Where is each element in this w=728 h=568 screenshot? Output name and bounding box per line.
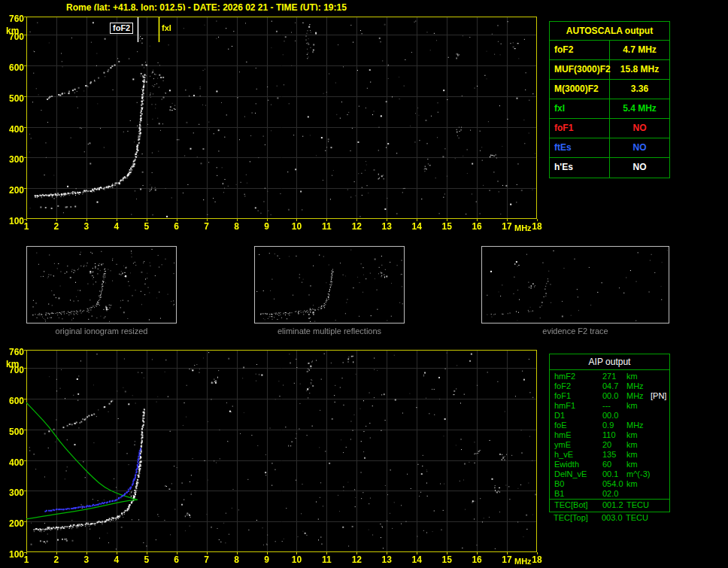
- aip-extra: [651, 372, 669, 381]
- param-value: 3.36: [610, 80, 669, 99]
- profile-y-axis-unit: km: [6, 359, 19, 369]
- param-label: foF1: [550, 119, 610, 138]
- aip-row-foe: foE0.9MHz: [550, 421, 669, 430]
- aip-row-hmf2: hmF2271km: [550, 372, 669, 381]
- aip-extra: [651, 460, 669, 469]
- aip-val: ---: [602, 401, 626, 411]
- main-y-axis-unit: km: [6, 26, 19, 36]
- ionogram-main-plot: [20, 11, 543, 225]
- aip-extra: [651, 469, 669, 479]
- ionogram-profile-plot: [20, 344, 543, 558]
- tec-bot-row-wrap: TEC[Bot]001.2TECU: [550, 499, 669, 512]
- aip-extra: [651, 489, 669, 499]
- param-value: NO: [610, 138, 669, 157]
- autoscala-table-rows: foF24.7 MHzMUF(3000)F215.8 MHzM(3000)F23…: [550, 41, 669, 178]
- aip-row-d1: D100.0: [550, 411, 669, 421]
- thumbnail-eliminate-reflections: [254, 246, 405, 323]
- aip-name: hmE: [550, 430, 602, 440]
- aip-row-b1: B102.0: [550, 489, 669, 499]
- aip-unit: km: [626, 401, 651, 411]
- autoscala-row-muf-3000-f2: MUF(3000)F215.8 MHz: [550, 60, 669, 80]
- aip-name: ymE: [550, 440, 602, 450]
- aip-output-table: AIP output hmF2271kmfoF204.7MHzfoF100.0M…: [549, 354, 670, 512]
- param-value: NO: [610, 158, 669, 178]
- fof2-marker-label: foF2: [110, 23, 133, 34]
- aip-name: TEC[Top]: [549, 513, 602, 523]
- aip-name: hmF1: [550, 401, 602, 411]
- aip-val: 0.9: [602, 421, 626, 430]
- aip-name: foF1: [550, 391, 602, 401]
- aip-unit: MHz: [626, 381, 651, 391]
- aip-name: DelN_vE: [550, 469, 602, 479]
- aip-extra: [651, 440, 669, 450]
- aip-unit: TECU: [626, 513, 650, 523]
- aip-row-b0: B0054.0km: [550, 479, 669, 489]
- aip-val: 04.7: [602, 381, 626, 391]
- aip-row-deln-ve: DelN_vE00.1m^(-3): [550, 469, 669, 479]
- param-label: M(3000)F2: [550, 80, 610, 99]
- aip-row-ewidth: Ewidth60km: [550, 460, 669, 469]
- profile-x-axis-unit: MHz: [514, 557, 532, 566]
- thumbnail-evidence-f2: [481, 246, 669, 323]
- aip-extra: [651, 500, 669, 510]
- autoscala-row-fof2: foF24.7 MHz: [550, 41, 669, 60]
- aip-name: B0: [550, 479, 602, 489]
- autoscala-row-fof1: foF1NO: [550, 119, 669, 138]
- aip-unit: m^(-3): [626, 469, 651, 479]
- aip-extra: [651, 421, 669, 430]
- autoscala-table-header: AUTOSCALA output: [550, 22, 669, 41]
- autoscala-row-ftes: ftEsNO: [550, 138, 669, 158]
- aip-extra: [651, 401, 669, 411]
- param-label: MUF(3000)F2: [550, 60, 610, 79]
- aip-unit: km: [626, 460, 651, 469]
- aip-table-rows: hmF2271kmfoF204.7MHzfoF100.0MHz[PN]hmF1-…: [550, 370, 669, 499]
- thumbnail-caption-evidence: evidence F2 trace: [481, 327, 669, 336]
- param-value: 15.8 MHz: [610, 60, 669, 79]
- aip-val: 135: [602, 450, 626, 460]
- autoscala-row-fxi: fxI5.4 MHz: [550, 99, 669, 119]
- aip-val: 271: [602, 372, 626, 381]
- aip-extra: [651, 411, 669, 421]
- main-x-axis-unit: MHz: [514, 223, 532, 232]
- thumbnail-original-ionogram: [26, 246, 177, 323]
- aip-extra: [PN]: [651, 391, 669, 401]
- aip-val: 00.1: [602, 469, 626, 479]
- aip-unit: km: [626, 372, 651, 381]
- aip-row-yme: ymE20km: [550, 440, 669, 450]
- autoscala-window: Rome (lat: +41.8, lon: 012.5) - DATE: 20…: [0, 0, 728, 568]
- aip-extra: [651, 381, 669, 391]
- aip-val: 003.0: [602, 513, 626, 523]
- param-value: 5.4 MHz: [610, 99, 669, 118]
- fxi-marker-label: fxI: [162, 23, 171, 33]
- aip-name: foF2: [550, 381, 602, 391]
- thumbnail-original-canvas: [27, 247, 176, 323]
- thumbnail-caption-original: original ionogram resized: [26, 327, 177, 336]
- aip-unit: km: [626, 440, 651, 450]
- aip-name: h_vE: [550, 450, 602, 460]
- aip-name: Ewidth: [550, 460, 602, 469]
- param-label: foF2: [550, 41, 610, 59]
- aip-unit: MHz: [626, 391, 651, 401]
- aip-row-fof2: foF204.7MHz: [550, 381, 669, 391]
- aip-val: 00.0: [602, 391, 626, 401]
- aip-unit: MHz: [626, 421, 651, 430]
- aip-val: 110: [602, 430, 626, 440]
- aip-unit: TECU: [626, 500, 651, 510]
- param-value: NO: [610, 119, 669, 138]
- aip-unit: [626, 411, 651, 421]
- aip-unit: km: [626, 430, 651, 440]
- aip-unit: km: [626, 479, 651, 489]
- aip-val: 60: [602, 460, 626, 469]
- thumbnail-caption-eliminate: eliminate multiple reflections: [254, 327, 405, 336]
- aip-name: foE: [550, 421, 602, 430]
- aip-val: 001.2: [602, 500, 626, 510]
- aip-row-fof1: foF100.0MHz[PN]: [550, 391, 669, 401]
- aip-unit: [626, 489, 651, 499]
- param-label: fxI: [550, 99, 610, 118]
- aip-row-tec-top-: TEC[Top]003.0TECU: [549, 513, 670, 523]
- aip-val: 00.0: [602, 411, 626, 421]
- thumbnail-eliminate-canvas: [255, 247, 404, 323]
- aip-val: 054.0: [602, 479, 626, 489]
- aip-row-h-ve: h_vE135km: [550, 450, 669, 460]
- aip-name: hmF2: [550, 372, 602, 381]
